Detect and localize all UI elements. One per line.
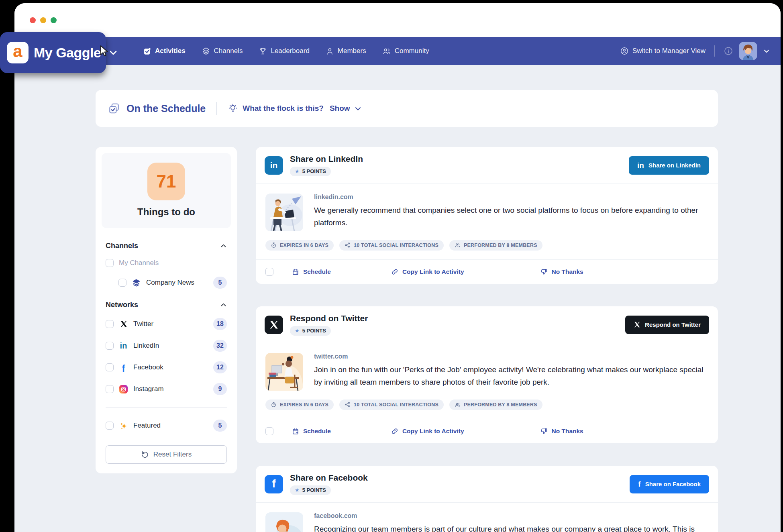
filters-sidebar: 71 Things to do Channels My Channels [96,147,237,473]
filter-row-twitter[interactable]: Twitter 18 [102,313,231,335]
networks-section-header[interactable]: Networks [102,298,231,313]
card-title: Respond on Twitter [290,314,368,323]
points-badge: ★ 5 POINTS [290,326,331,336]
filter-row-facebook[interactable]: f Facebook 12 [102,357,231,378]
points-label: 5 POINTS [302,328,326,334]
people-icon [382,47,391,55]
share-on-linkedin-button[interactable]: in Share on LinkedIn [629,156,709,175]
avatar[interactable] [739,42,757,60]
page-header-card: On the Schedule What the flock is this? … [96,90,718,127]
activity-card-linkedin: in Share on LinkedIn ★ 5 POINTS in Share… [256,147,718,284]
filter-label: Facebook [133,363,163,371]
close-window-button[interactable] [30,17,36,23]
nav-divider [714,45,715,57]
action-label: Schedule [303,428,331,435]
count-badge: 32 [213,340,227,352]
action-label: Copy Link to Activity [402,268,464,275]
activity-link[interactable]: twitter.com [314,353,708,360]
action-label: No Thanks [552,268,583,275]
chevron-up-icon[interactable] [220,243,227,249]
minimize-window-button[interactable] [40,17,46,23]
nav-item-leaderboard[interactable]: Leaderboard [259,47,309,55]
nav-item-channels[interactable]: Channels [202,47,243,55]
activity-meta-row: EXPIRES IN 6 DAYS 10 TOTAL SOCIAL INTERA… [256,399,718,419]
gaggle-name: My Gaggle [34,45,101,61]
people-icon [455,402,461,408]
nav-item-community[interactable]: Community [382,47,429,55]
count-badge: 12 [213,361,227,373]
company-news-checkbox[interactable] [118,279,126,287]
meta-label: 10 TOTAL SOCIAL INTERACTIONS [354,402,438,408]
sparkles-icon [119,421,128,430]
lightbulb-icon [228,103,238,114]
points-badge: ★ 5 POINTS [290,485,331,495]
account-chevron-down-icon[interactable] [763,47,770,55]
twitter-checkbox[interactable] [106,320,114,328]
filter-label: LinkedIn [133,342,159,350]
filter-row-instagram[interactable]: Instagram 9 [102,378,231,400]
nav-items: Activities Channels Leaderboard Members [143,47,429,55]
chevron-up-icon[interactable] [220,302,227,308]
filter-row-my-channels[interactable]: My Channels [102,254,231,272]
show-chevron-down-icon[interactable] [354,105,362,112]
nav-item-activities[interactable]: Activities [143,47,186,55]
meta-label: PERFORMED BY 8 MEMBERS [464,243,537,248]
schedule-action[interactable]: Schedule [292,428,331,435]
meta-label: 10 TOTAL SOCIAL INTERACTIONS [354,243,438,248]
count-badge: 9 [213,383,227,395]
button-label: Share on LinkedIn [648,162,701,169]
layers-icon [202,47,210,55]
instagram-checkbox[interactable] [106,385,114,393]
activity-link[interactable]: facebook.com [314,512,708,520]
star-icon: ★ [295,169,300,174]
gaggle-switcher[interactable]: a My Gaggle [0,32,106,73]
copy-link-action[interactable]: Copy Link to Activity [391,268,464,275]
select-activity-checkbox[interactable] [265,427,273,435]
networks-title: Networks [106,301,138,309]
nav-item-label: Community [395,47,429,55]
twitter-x-icon [119,320,128,329]
action-label: Schedule [303,268,331,275]
app-window: Activities Channels Leaderboard Members [14,3,781,532]
copy-link-action[interactable]: Copy Link to Activity [391,428,464,435]
no-thanks-action[interactable]: No Thanks [540,268,583,275]
select-activity-checkbox[interactable] [265,268,273,276]
linkedin-badge-icon: in [265,156,283,175]
featured-checkbox[interactable] [106,422,114,430]
facebook-checkbox[interactable] [106,363,114,371]
activity-description: Recognizing our team members is part of … [314,523,708,532]
channels-title: Channels [106,242,138,250]
expires-badge: EXPIRES IN 6 DAYS [265,400,334,410]
linkedin-checkbox[interactable] [106,342,114,350]
reset-icon [141,450,149,459]
no-thanks-action[interactable]: No Thanks [540,428,583,435]
link-icon [391,268,398,275]
respond-on-twitter-button[interactable]: Respond on Twitter [625,316,709,334]
my-channels-checkbox[interactable] [106,259,114,267]
star-icon: ★ [295,487,300,493]
activity-description: Join in on the fun with our 'Perks of th… [314,364,708,389]
zoom-window-button[interactable] [51,17,57,23]
filter-row-company-news[interactable]: Company News 5 [102,272,231,294]
activity-thumbnail [265,194,303,231]
reset-filters-button[interactable]: Reset Filters [106,445,227,464]
filter-row-featured[interactable]: Featured 5 [102,415,231,436]
schedule-action[interactable]: Schedule [292,268,331,275]
calendar-plus-icon [292,268,299,275]
twitter-badge-icon [265,316,283,334]
nav-item-label: Activities [155,47,186,55]
nav-right: Switch to Manager View [620,42,770,60]
filter-row-linkedin[interactable]: in LinkedIn 32 [102,335,231,357]
interactions-badge: 10 TOTAL SOCIAL INTERACTIONS [339,240,444,251]
activity-link[interactable]: linkedin.com [314,194,708,201]
facebook-icon: f [638,480,640,489]
info-icon[interactable] [724,46,733,56]
star-icon: ★ [295,328,300,333]
filter-label: Twitter [133,320,153,328]
show-toggle[interactable]: Show [330,104,350,113]
switch-to-manager-view-button[interactable]: Switch to Manager View [620,47,706,55]
share-on-facebook-button[interactable]: f Share on Facebook [630,475,709,493]
nav-item-members[interactable]: Members [326,47,366,55]
share-nodes-icon [345,242,351,248]
channels-section-header[interactable]: Channels [102,238,231,254]
